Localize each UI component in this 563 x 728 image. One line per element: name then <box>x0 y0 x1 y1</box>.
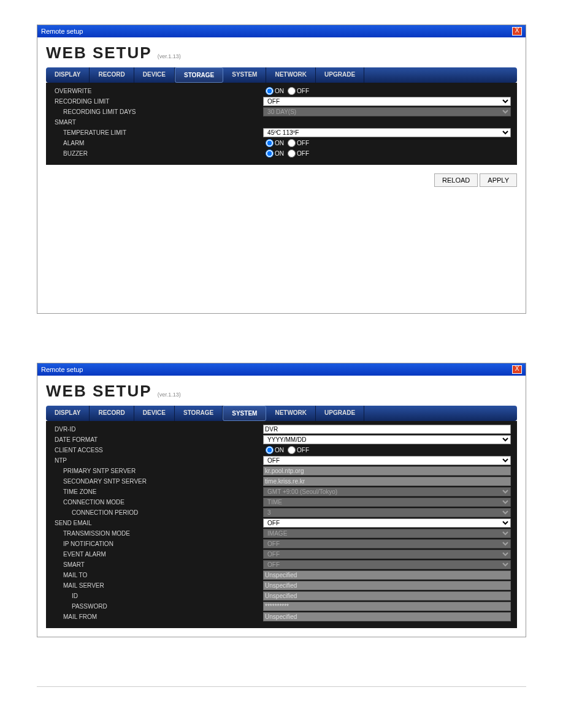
password-input <box>263 602 511 611</box>
label-mail-server: MAIL SERVER <box>52 582 263 590</box>
label-smart: SMART <box>52 561 263 569</box>
client-access-on-radio[interactable] <box>266 446 274 454</box>
alarm-off-radio[interactable] <box>288 139 296 147</box>
page-version: (ver.1.13) <box>158 392 181 398</box>
label-password: PASSWORD <box>52 602 263 610</box>
id-input <box>263 591 511 601</box>
recording-limit-select[interactable]: OFF <box>263 97 511 106</box>
settings-panel: DVR-ID DATE FORMAT YYYY/MM/DD CLIENT ACC… <box>46 421 517 628</box>
tab-storage[interactable]: STORAGE <box>175 67 223 83</box>
label-smart: SMART <box>52 118 263 126</box>
window-title: Remote setup <box>41 28 83 35</box>
label-client-access: CLIENT ACCESS <box>52 446 263 454</box>
tab-storage[interactable]: STORAGE <box>175 406 223 421</box>
tabbar: DISPLAY RECORD DEVICE STORAGE SYSTEM NET… <box>46 406 517 421</box>
label-time-zone: TIME ZONE <box>52 488 263 496</box>
label-date-format: DATE FORMAT <box>52 436 263 444</box>
label-dvrid: DVR-ID <box>52 425 263 433</box>
page-title: WEB SETUP <box>46 382 152 401</box>
smart-select: OFF <box>263 560 511 569</box>
client-access-radio-group: ON OFF <box>263 446 511 454</box>
client-access-off-radio[interactable] <box>288 446 296 454</box>
tab-network[interactable]: NETWORK <box>266 406 316 421</box>
connection-mode-select: TIME <box>263 498 511 507</box>
label-connection-period: CONNECTION PERIOD <box>52 509 263 517</box>
date-format-select[interactable]: YYYY/MM/DD <box>263 435 511 444</box>
label-event-alarm: EVENT ALARM <box>52 550 263 558</box>
label-secondary-sntp: SECONDARY SNTP SERVER <box>52 477 263 485</box>
alarm-radio-group: ON OFF <box>263 139 511 147</box>
label-ip-notification: IP NOTIFICATION <box>52 540 263 548</box>
label-connection-mode: CONNECTION MODE <box>52 498 263 506</box>
window-title: Remote setup <box>41 366 83 373</box>
time-zone-select: GMT +9:00 (Seoul/Tokyo) <box>263 487 511 496</box>
window-content: WEB SETUP (ver.1.13) DISPLAY RECORD DEVI… <box>37 37 526 313</box>
apply-button[interactable]: APPLY <box>480 173 517 187</box>
mail-to-input <box>263 571 511 580</box>
label-primary-sntp: PRIMARY SNTP SERVER <box>52 467 263 475</box>
titlebar[interactable]: Remote setup X <box>37 363 526 376</box>
window-system: Remote setup X WEB SETUP (ver.1.13) DISP… <box>37 363 526 637</box>
label-ntp: NTP <box>52 457 263 464</box>
send-email-select[interactable]: OFF <box>263 518 511 528</box>
tab-device[interactable]: DEVICE <box>134 67 175 83</box>
recording-limit-days-select: 30 DAY(S) <box>263 107 511 116</box>
label-send-email: SEND EMAIL <box>52 519 263 527</box>
footer-divider <box>37 686 526 687</box>
transmission-mode-select: IMAGE <box>263 529 511 538</box>
titlebar[interactable]: Remote setup X <box>37 25 526 37</box>
connection-period-select: 3 <box>263 508 511 517</box>
secondary-sntp-input <box>263 477 511 486</box>
alarm-on-radio[interactable] <box>266 139 274 147</box>
page-title: WEB SETUP <box>46 44 152 63</box>
close-icon[interactable]: X <box>512 27 522 36</box>
button-row: RELOAD APPLY <box>46 173 517 187</box>
mail-server-input <box>263 581 511 590</box>
event-alarm-select: OFF <box>263 550 511 559</box>
label-recording-limit: RECORDING LIMIT <box>52 97 263 105</box>
mail-from-input <box>263 612 511 621</box>
overwrite-on-radio[interactable] <box>266 87 274 95</box>
buzzer-off-radio[interactable] <box>288 150 296 157</box>
settings-panel: OVERWRITE ON OFF RECORDING LIMIT OFF REC… <box>46 83 517 165</box>
tab-record[interactable]: RECORD <box>90 67 134 83</box>
label-buzzer: BUZZER <box>52 150 263 157</box>
tab-record[interactable]: RECORD <box>90 406 134 421</box>
label-alarm: ALARM <box>52 139 263 147</box>
buzzer-on-radio[interactable] <box>266 150 274 157</box>
label-temperature-limit: TEMPERATURE LIMIT <box>52 129 263 137</box>
tab-display[interactable]: DISPLAY <box>46 406 90 421</box>
tab-display[interactable]: DISPLAY <box>46 67 90 83</box>
label-mail-to: MAIL TO <box>52 571 263 579</box>
reload-button[interactable]: RELOAD <box>434 173 478 187</box>
overwrite-off-radio[interactable] <box>288 87 296 95</box>
label-overwrite: OVERWRITE <box>52 87 263 95</box>
ip-notification-select: OFF <box>263 539 511 548</box>
buzzer-radio-group: ON OFF <box>263 150 511 157</box>
window-content: WEB SETUP (ver.1.13) DISPLAY RECORD DEVI… <box>37 376 526 637</box>
tab-device[interactable]: DEVICE <box>134 406 175 421</box>
tabbar: DISPLAY RECORD DEVICE STORAGE SYSTEM NET… <box>46 67 517 83</box>
tab-upgrade[interactable]: UPGRADE <box>316 67 364 83</box>
dvrid-input[interactable] <box>263 425 511 434</box>
label-recording-limit-days: RECORDING LIMIT DAYS <box>52 108 263 116</box>
window-storage: Remote setup X WEB SETUP (ver.1.13) DISP… <box>37 25 526 314</box>
overwrite-radio-group: ON OFF <box>263 87 511 95</box>
close-icon[interactable]: X <box>512 365 522 374</box>
tab-upgrade[interactable]: UPGRADE <box>316 406 364 421</box>
primary-sntp-input <box>263 466 511 476</box>
tab-system[interactable]: SYSTEM <box>223 406 266 421</box>
label-mail-from: MAIL FROM <box>52 613 263 621</box>
temperature-limit-select[interactable]: 45ºC 113ºF <box>263 128 511 137</box>
label-id: ID <box>52 592 263 600</box>
label-transmission-mode: TRANSMISSION MODE <box>52 529 263 537</box>
page-version: (ver.1.13) <box>158 53 181 59</box>
tab-network[interactable]: NETWORK <box>266 67 316 83</box>
tab-system[interactable]: SYSTEM <box>223 67 266 83</box>
ntp-select[interactable]: OFF <box>263 456 511 465</box>
